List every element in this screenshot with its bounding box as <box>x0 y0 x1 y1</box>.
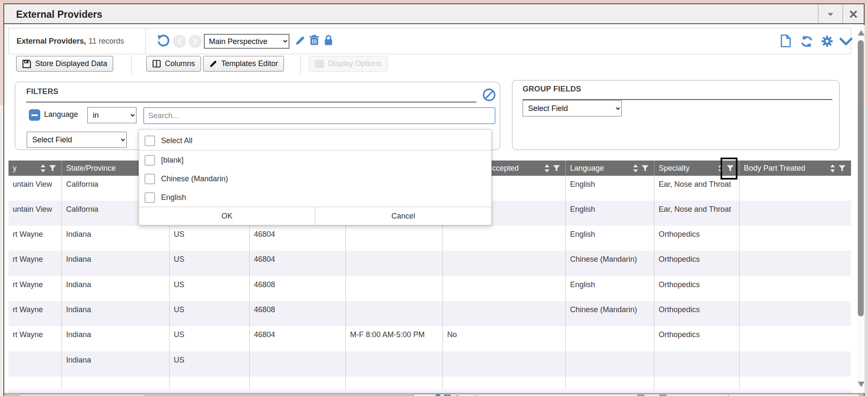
delete-perspective-button[interactable] <box>309 34 320 46</box>
templates-editor-button[interactable]: Templates Editor <box>203 56 284 72</box>
cell-body-part-treated[interactable] <box>740 226 851 251</box>
cell-language[interactable] <box>566 377 654 390</box>
table-row[interactable]: rt WayneIndianaUS46804EnglishOrthopedics <box>8 226 851 251</box>
cell-specialty[interactable]: Orthopedics <box>654 226 740 251</box>
sort-icon[interactable] <box>40 164 46 173</box>
cell-language[interactable]: English <box>566 226 654 251</box>
cell-state-province[interactable]: Indiana <box>62 276 170 301</box>
column-header-body-part-treated[interactable]: Body Part Treated <box>740 161 851 176</box>
cell-state-province[interactable]: Indiana <box>62 326 170 352</box>
cell-postal-code[interactable] <box>250 377 346 390</box>
checkbox-icon[interactable] <box>145 174 155 184</box>
cell-country[interactable]: US <box>170 276 250 301</box>
checkbox-icon[interactable] <box>145 155 155 166</box>
cell-specialty[interactable]: Orthopedics <box>654 251 740 276</box>
column-header-language[interactable]: Language <box>566 161 654 176</box>
sort-icon[interactable] <box>544 164 550 173</box>
cell-body-part-treated[interactable] <box>740 326 851 352</box>
cell-language[interactable] <box>566 352 654 377</box>
table-row[interactable]: rt WayneIndianaUS46808Chinese (Mandarin)… <box>8 301 851 326</box>
store-displayed-data-button[interactable]: Store Displayed Data <box>16 56 113 72</box>
cell-language[interactable] <box>566 326 654 352</box>
cell-country[interactable] <box>170 377 250 390</box>
cell-language[interactable]: English <box>566 276 654 301</box>
cell-body-part-treated[interactable] <box>740 352 851 377</box>
cell-accepted[interactable] <box>443 377 566 390</box>
filter-operator-select[interactable]: in <box>87 107 136 123</box>
cell-body-part-treated[interactable] <box>740 301 851 326</box>
cell-postal-code[interactable]: 46804 <box>250 251 346 276</box>
cell-country[interactable]: US <box>170 352 250 377</box>
window-menu-button[interactable] <box>818 4 843 24</box>
cell-body-part-treated[interactable] <box>740 276 851 301</box>
back-button[interactable] <box>173 35 186 48</box>
cell-language[interactable]: English <box>566 176 654 201</box>
horizontal-scrollbar[interactable] <box>8 393 412 396</box>
dropdown-option-select-all[interactable]: Select All <box>139 131 491 151</box>
cell-body-part-treated[interactable] <box>740 201 851 226</box>
checkbox-icon[interactable] <box>145 192 155 203</box>
cell-office-hours[interactable] <box>346 251 443 276</box>
cell-postal-code[interactable]: 46808 <box>250 301 346 326</box>
cell-specialty[interactable]: Orthopedics <box>654 326 740 352</box>
filter-funnel-icon[interactable] <box>49 165 56 172</box>
forward-button[interactable] <box>189 35 202 48</box>
horizontal-scrollbar-thumb[interactable] <box>19 394 145 396</box>
cell-city[interactable]: rt Wayne <box>8 251 62 276</box>
cell-country[interactable]: US <box>170 251 250 276</box>
cell-accepted[interactable] <box>443 251 566 276</box>
cell-city[interactable]: rt Wayne <box>8 301 62 326</box>
new-record-button[interactable] <box>780 34 791 47</box>
cell-country[interactable]: US <box>170 326 250 352</box>
cell-specialty[interactable]: Orthopedics <box>654 301 740 326</box>
cell-office-hours[interactable] <box>346 301 443 326</box>
dropdown-option-blank[interactable]: [blank] <box>139 151 491 169</box>
cell-office-hours[interactable] <box>346 226 443 251</box>
edit-perspective-button[interactable] <box>295 35 306 46</box>
cell-accepted[interactable] <box>443 301 566 326</box>
filter-funnel-icon[interactable] <box>553 165 560 172</box>
cell-specialty[interactable]: Orthopedics <box>654 276 740 301</box>
cell-state-province[interactable]: Indiana <box>62 352 170 377</box>
sort-icon[interactable] <box>830 164 835 173</box>
vertical-scrollbar[interactable] <box>857 25 865 393</box>
sort-icon[interactable] <box>633 164 638 173</box>
cell-language[interactable]: Chinese (Mandarin) <box>566 301 654 326</box>
table-row[interactable]: IndianaUS <box>8 352 851 377</box>
cell-state-province[interactable]: Indiana <box>62 226 170 251</box>
sort-icon[interactable] <box>718 164 723 173</box>
cell-accepted[interactable] <box>443 352 566 377</box>
cell-country[interactable]: US <box>170 226 250 251</box>
table-row[interactable]: rt WayneIndianaUS46804Chinese (Mandarin)… <box>8 251 851 276</box>
vertical-scrollbar-thumb[interactable] <box>858 40 864 316</box>
cell-body-part-treated[interactable] <box>740 176 851 201</box>
cell-office-hours[interactable]: M-F 8:00 AM-5:00 PM <box>346 326 443 352</box>
filter-funnel-icon[interactable] <box>838 165 846 172</box>
cell-city[interactable]: untain View <box>8 201 62 226</box>
cell-office-hours[interactable] <box>346 377 443 390</box>
undo-button[interactable] <box>156 34 170 48</box>
checkbox-icon[interactable] <box>145 136 155 146</box>
scroll-down-arrow-icon[interactable] <box>858 382 865 387</box>
display-options-button[interactable]: Display Options <box>309 56 387 72</box>
table-row[interactable] <box>8 377 851 390</box>
cell-postal-code[interactable]: 46808 <box>250 276 346 301</box>
cell-state-province[interactable]: Indiana <box>62 301 170 326</box>
column-header-specialty[interactable]: Specialty <box>654 161 740 176</box>
cell-accepted[interactable] <box>443 276 566 301</box>
collapse-toolbar-button[interactable] <box>840 38 852 46</box>
cell-country[interactable]: US <box>170 301 250 326</box>
cell-body-part-treated[interactable] <box>740 251 851 276</box>
close-button[interactable] <box>843 4 864 24</box>
filter-search-input[interactable] <box>143 107 495 124</box>
cell-city[interactable]: rt Wayne <box>8 276 62 301</box>
dropdown-option-english[interactable]: English <box>139 188 491 207</box>
cell-city[interactable] <box>8 352 62 377</box>
columns-button[interactable]: Columns <box>146 56 201 72</box>
cell-city[interactable]: rt Wayne <box>8 226 62 251</box>
cell-postal-code[interactable] <box>250 352 346 377</box>
settings-button[interactable] <box>821 35 834 48</box>
cell-city[interactable] <box>8 377 62 390</box>
cell-specialty[interactable]: Ear, Nose and Throat <box>654 201 740 226</box>
cell-accepted[interactable]: No <box>443 326 566 352</box>
